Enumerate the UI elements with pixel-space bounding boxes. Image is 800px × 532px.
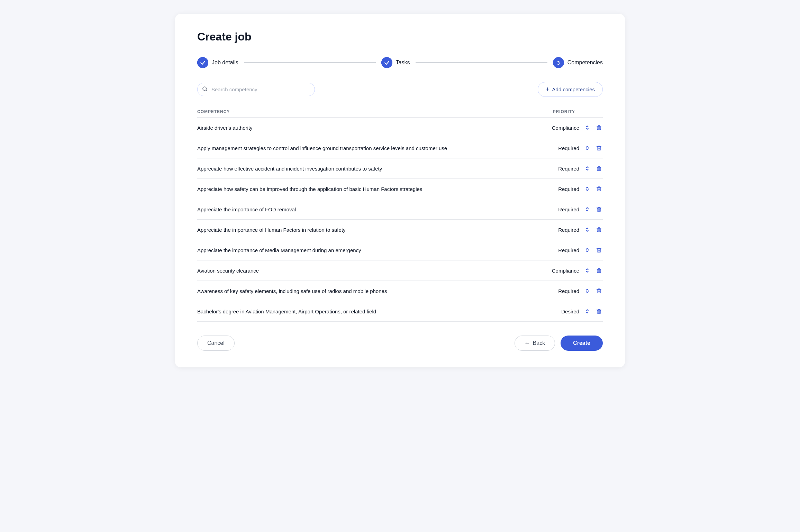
delete-row-button[interactable] [595,226,603,233]
table-row: Awareness of key safety elements, includ… [197,281,603,301]
table-row: Bachelor's degree in Aviation Management… [197,301,603,322]
priority-chevron-button[interactable] [583,226,591,233]
svg-rect-16 [597,249,601,252]
svg-rect-12 [597,208,601,211]
row-competency-name: Appreciate the importance of Human Facto… [197,227,548,233]
row-priority: Required [548,288,579,294]
create-button[interactable]: Create [561,336,603,351]
delete-row-button[interactable] [595,165,603,172]
priority-chevron-button[interactable] [583,124,591,131]
row-actions: Required [548,205,603,213]
priority-chevron-button[interactable] [583,144,591,152]
row-competency-name: Airside driver's authority [197,125,548,131]
table-row: Aviation security clearance Compliance [197,260,603,281]
delete-row-button[interactable] [595,287,603,295]
delete-row-button[interactable] [595,124,603,131]
step-line-1 [244,62,376,63]
back-button[interactable]: ← Back [515,336,555,351]
priority-chevron-button[interactable] [583,308,591,315]
step-job-details: Job details [197,57,238,68]
row-priority: Required [548,247,579,253]
step-tasks: Tasks [381,57,410,68]
row-competency-name: Awareness of key safety elements, includ… [197,288,548,294]
step-line-2 [416,62,547,63]
table-body: Airside driver's authority Compliance [197,118,603,322]
row-competency-name: Appreciate how effective accident and in… [197,166,548,172]
step-competencies: 3 Competencies [553,57,603,68]
row-priority: Desired [548,309,579,314]
table-row: Appreciate the importance of Human Facto… [197,220,603,240]
row-actions: Required [548,165,603,172]
step-3-circle: 3 [553,57,564,68]
row-competency-name: Appreciate the importance of FOD removal [197,207,548,212]
svg-rect-8 [597,167,601,171]
svg-rect-6 [597,147,601,150]
row-priority: Required [548,166,579,172]
delete-row-button[interactable] [595,205,603,213]
priority-chevron-button[interactable] [583,165,591,172]
plus-icon: + [546,86,549,93]
priority-chevron-button[interactable] [583,205,591,213]
row-actions: Compliance [548,267,603,274]
svg-point-0 [197,57,208,68]
table-row: Appreciate how effective accident and in… [197,158,603,179]
row-priority: Compliance [548,125,579,131]
row-actions: Required [548,246,603,254]
column-header-competency: COMPETENCY ↑ [197,109,234,114]
delete-row-button[interactable] [595,267,603,274]
row-priority: Compliance [548,268,579,274]
row-actions: Required [548,287,603,295]
add-competencies-button[interactable]: + Add competencies [538,82,603,97]
row-competency-name: Bachelor's degree in Aviation Management… [197,309,548,314]
footer: Cancel ← Back Create [197,322,603,351]
priority-chevron-button[interactable] [583,267,591,274]
delete-row-button[interactable] [595,246,603,254]
row-competency-name: Appreciate the importance of Media Manag… [197,247,548,253]
stepper: Job details Tasks 3 Competencies [197,57,603,68]
row-competency-name: Aviation security clearance [197,268,548,274]
search-wrapper [197,83,315,96]
competency-table: COMPETENCY ↑ PRIORITY Airside driver's a… [197,107,603,322]
step-3-label: Competencies [567,59,603,66]
search-input[interactable] [197,83,315,96]
svg-rect-14 [597,229,601,232]
priority-chevron-button[interactable] [583,185,591,193]
search-icon [202,86,208,93]
step-1-circle [197,57,208,68]
row-actions: Required [548,185,603,193]
svg-rect-4 [597,127,601,130]
priority-chevron-button[interactable] [583,246,591,254]
row-priority: Required [548,145,579,151]
row-actions: Required [548,226,603,233]
add-competencies-label: Add competencies [552,86,595,92]
back-arrow-icon: ← [525,340,530,346]
svg-rect-22 [597,310,601,313]
row-priority: Required [548,186,579,192]
row-competency-name: Apply management strategies to control a… [197,145,548,151]
svg-rect-20 [597,290,601,293]
svg-rect-18 [597,269,601,273]
step-1-label: Job details [212,59,238,66]
row-actions: Compliance [548,124,603,131]
cancel-button[interactable]: Cancel [197,336,235,351]
step-2-circle [381,57,392,68]
table-row: Apply management strategies to control a… [197,138,603,158]
column-header-priority: PRIORITY [553,109,575,114]
row-actions: Desired [548,308,603,315]
row-actions: Required [548,144,603,152]
table-row: Airside driver's authority Compliance [197,118,603,138]
table-row: Appreciate the importance of FOD removal… [197,199,603,220]
priority-chevron-button[interactable] [583,287,591,295]
page-title: Create job [197,30,603,43]
svg-rect-10 [597,188,601,191]
row-competency-name: Appreciate how safety can be improved th… [197,186,548,192]
table-row: Appreciate the importance of Media Manag… [197,240,603,260]
delete-row-button[interactable] [595,144,603,152]
delete-row-button[interactable] [595,185,603,193]
delete-row-button[interactable] [595,308,603,315]
table-row: Appreciate how safety can be improved th… [197,179,603,199]
sort-icon[interactable]: ↑ [232,109,234,114]
toolbar: + Add competencies [197,82,603,97]
row-priority: Required [548,227,579,233]
page-container: Create job Job details Tasks [175,14,625,367]
